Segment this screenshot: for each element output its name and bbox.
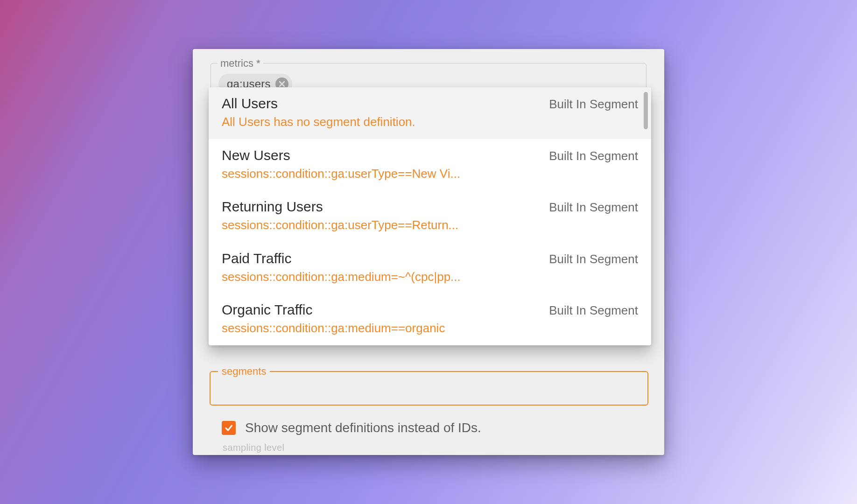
segments-field-wrap: segments xyxy=(210,371,648,406)
segment-option[interactable]: Returning UsersBuilt In Segmentsessions:… xyxy=(209,190,651,242)
segment-option[interactable]: Paid TrafficBuilt In Segmentsessions::co… xyxy=(209,242,651,294)
segments-dropdown[interactable]: All UsersBuilt In SegmentAll Users has n… xyxy=(209,87,651,345)
segment-option-title: All Users xyxy=(222,96,278,112)
segment-option-definition: sessions::condition::ga:medium=~^(cpc|pp… xyxy=(222,269,638,285)
segments-legend: segments xyxy=(218,365,270,378)
segment-option-tag: Built In Segment xyxy=(549,149,638,163)
show-definitions-label: Show segment definitions instead of IDs. xyxy=(245,420,481,435)
segment-option-tag: Built In Segment xyxy=(549,252,638,266)
segment-option-definition: All Users has no segment definition. xyxy=(222,114,638,130)
segments-input[interactable]: segments xyxy=(210,371,648,406)
panel: metrics * ga:users All UsersBuilt In Seg… xyxy=(193,49,664,455)
segment-option-tag: Built In Segment xyxy=(549,200,638,215)
show-definitions-row: Show segment definitions instead of IDs. xyxy=(222,420,481,435)
segment-option-title: Paid Traffic xyxy=(222,251,292,266)
segment-option-definition: sessions::condition::ga:userType==Return… xyxy=(222,217,638,233)
segment-option-definition: sessions::condition::ga:medium==organic xyxy=(222,321,638,336)
segment-option-definition: sessions::condition::ga:userType==New Vi… xyxy=(222,166,638,182)
segment-option-tag: Built In Segment xyxy=(549,97,638,112)
show-definitions-checkbox[interactable] xyxy=(222,421,236,435)
segment-option[interactable]: New UsersBuilt In Segmentsessions::condi… xyxy=(209,139,651,191)
metrics-legend: metrics * xyxy=(218,57,263,70)
segment-option-title: Organic Traffic xyxy=(222,302,313,318)
segment-option-title: Returning Users xyxy=(222,199,323,215)
truncated-next-label: sampling level xyxy=(223,442,284,453)
segment-option-title: New Users xyxy=(222,147,290,163)
segment-option-tag: Built In Segment xyxy=(549,303,638,318)
segment-option[interactable]: All UsersBuilt In SegmentAll Users has n… xyxy=(209,87,651,139)
scrollbar-thumb[interactable] xyxy=(644,92,648,129)
segment-option[interactable]: Organic TrafficBuilt In Segmentsessions:… xyxy=(209,294,651,345)
